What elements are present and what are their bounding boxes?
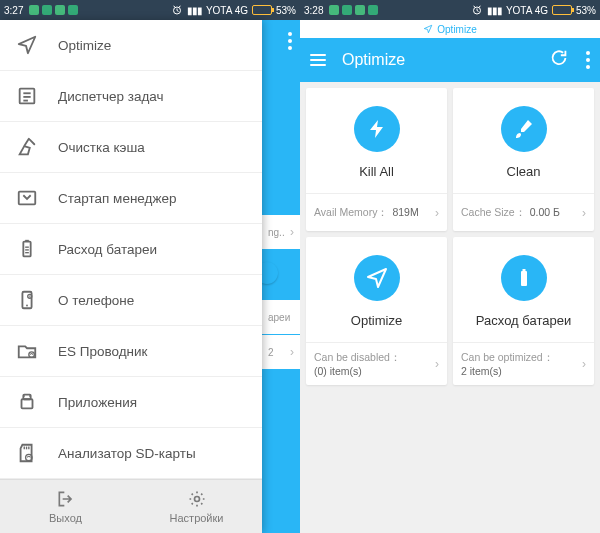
send-icon xyxy=(423,24,433,34)
gear-icon xyxy=(187,489,207,509)
drawer-footer: Выход Настройки xyxy=(0,479,262,533)
tile-kill-all[interactable]: Kill All Avail Memory： 819M › xyxy=(306,88,447,231)
peek-text: ng.. xyxy=(268,227,285,238)
battery-icon xyxy=(252,5,272,15)
peek-value: 2 xyxy=(268,347,274,358)
exit-button[interactable]: Выход xyxy=(0,480,131,533)
drawer-item-label: Приложения xyxy=(58,395,137,410)
menu-button[interactable] xyxy=(310,54,326,66)
drawer-item-cache-clean[interactable]: Очистка кэша xyxy=(0,122,262,173)
left-screenshot: 3:27 ▮▮▮ YOTA 4G 53% ng.. › ареи 2 › Opt… xyxy=(0,0,300,533)
send-icon xyxy=(16,34,38,56)
tile-sublabel: Avail Memory： xyxy=(314,206,388,220)
status-carrier: YOTA 4G xyxy=(206,5,248,16)
drawer-item-label: Диспетчер задач xyxy=(58,89,164,104)
broom-icon xyxy=(16,136,38,158)
app-bar: Optimize xyxy=(300,38,600,82)
tasks-icon xyxy=(16,85,38,107)
chevron-right-icon: › xyxy=(290,225,294,239)
battery-icon xyxy=(16,238,38,260)
drawer-item-battery-usage[interactable]: Расход батареи xyxy=(0,224,262,275)
status-indicator-icons xyxy=(329,5,378,15)
optimize-tag[interactable]: Optimize xyxy=(300,20,600,38)
chevron-right-icon: › xyxy=(582,357,586,371)
drawer-item-label: ES Проводник xyxy=(58,344,148,359)
optimize-tag-label: Optimize xyxy=(437,24,476,35)
drawer-item-about-phone[interactable]: О телефоне xyxy=(0,275,262,326)
drawer-item-label: Optimize xyxy=(58,38,111,53)
alarm-icon xyxy=(171,4,183,16)
drawer-item-label: Стартап менеджер xyxy=(58,191,176,206)
refresh-button[interactable] xyxy=(548,47,570,73)
chevron-right-icon: › xyxy=(290,345,294,359)
drawer-item-label: Анализатор SD-карты xyxy=(58,446,196,461)
drawer-item-apps[interactable]: Приложения xyxy=(0,377,262,428)
peek-row[interactable]: ng.. › xyxy=(262,215,300,249)
tile-subrow[interactable]: Can be disabled： (0) item(s) › xyxy=(306,342,447,385)
status-bar: 3:28 ▮▮▮ YOTA 4G 53% xyxy=(300,0,600,20)
chevron-right-icon: › xyxy=(582,206,586,220)
tile-subrow[interactable]: Avail Memory： 819M › xyxy=(306,193,447,231)
navigation-drawer: Optimize Диспетчер задач Очистка кэша Ст… xyxy=(0,20,262,533)
tile-title: Kill All xyxy=(359,164,394,179)
chevron-right-icon: › xyxy=(435,357,439,371)
tile-battery-usage[interactable]: Расход батареи Can be optimized： 2 item(… xyxy=(453,237,594,385)
drawer-item-sd-analyzer[interactable]: Анализатор SD-карты xyxy=(0,428,262,479)
right-screenshot: 3:28 ▮▮▮ YOTA 4G 53% Optimize Optimize xyxy=(300,0,600,533)
drawer-item-label: О телефоне xyxy=(58,293,134,308)
peek-text: ареи xyxy=(268,312,290,323)
overflow-icon[interactable] xyxy=(288,32,292,50)
main-content: Optimize Optimize Kill All Avail Memory：… xyxy=(300,20,600,533)
alarm-icon xyxy=(471,4,483,16)
tile-title: Optimize xyxy=(351,313,402,328)
tile-title: Clean xyxy=(507,164,541,179)
android-icon xyxy=(16,391,38,413)
exit-icon xyxy=(56,489,76,509)
exit-label: Выход xyxy=(49,512,82,524)
tiles-grid: Kill All Avail Memory： 819M › Clean xyxy=(300,82,600,391)
sdcard-icon xyxy=(16,442,38,464)
peek-row[interactable]: 2 › xyxy=(262,335,300,369)
drawer-item-startup-manager[interactable]: Стартап менеджер xyxy=(0,173,262,224)
tile-subrow[interactable]: Cache Size： 0.00 Б › xyxy=(453,193,594,231)
tile-optimize[interactable]: Optimize Can be disabled： (0) item(s) › xyxy=(306,237,447,385)
settings-button[interactable]: Настройки xyxy=(131,480,262,533)
tile-title: Расход батареи xyxy=(476,313,571,328)
drawer-item-label: Расход батареи xyxy=(58,242,157,257)
status-indicator-icons xyxy=(29,5,78,15)
drawer-item-label: Очистка кэша xyxy=(58,140,145,155)
startup-icon xyxy=(16,187,38,209)
drawer-item-optimize[interactable]: Optimize xyxy=(0,20,262,71)
overflow-button[interactable] xyxy=(586,51,590,69)
drawer-item-task-manager[interactable]: Диспетчер задач xyxy=(0,71,262,122)
tile-subvalue: 819M xyxy=(392,206,418,218)
send-icon xyxy=(354,255,400,301)
battery-icon xyxy=(552,5,572,15)
status-bar: 3:27 ▮▮▮ YOTA 4G 53% xyxy=(0,0,300,20)
tile-sublabel: Can be disabled： xyxy=(314,351,401,363)
status-time: 3:28 xyxy=(304,5,323,16)
phone-info-icon xyxy=(16,289,38,311)
bolt-icon xyxy=(354,106,400,152)
signal-bars-icon: ▮▮▮ xyxy=(187,5,202,16)
drawer-list: Optimize Диспетчер задач Очистка кэша Ст… xyxy=(0,20,262,479)
tile-subvalue: 2 item(s) xyxy=(461,365,502,377)
tile-subvalue: (0) item(s) xyxy=(314,365,362,377)
signal-bars-icon: ▮▮▮ xyxy=(487,5,502,16)
brush-icon xyxy=(501,106,547,152)
folder-icon xyxy=(16,340,38,362)
status-battery-pct: 53% xyxy=(276,5,296,16)
peek-row[interactable]: ареи xyxy=(262,300,300,334)
tile-subrow[interactable]: Can be optimized： 2 item(s) › xyxy=(453,342,594,385)
chevron-right-icon: › xyxy=(435,206,439,220)
status-battery-pct: 53% xyxy=(576,5,596,16)
status-time: 3:27 xyxy=(4,5,23,16)
settings-label: Настройки xyxy=(170,512,224,524)
battery-icon xyxy=(501,255,547,301)
tile-subvalue: 0.00 Б xyxy=(530,206,560,218)
status-carrier: YOTA 4G xyxy=(506,5,548,16)
page-title: Optimize xyxy=(342,51,532,69)
tile-sublabel: Cache Size： xyxy=(461,206,526,220)
drawer-item-es-explorer[interactable]: ES Проводник xyxy=(0,326,262,377)
tile-clean[interactable]: Clean Cache Size： 0.00 Б › xyxy=(453,88,594,231)
